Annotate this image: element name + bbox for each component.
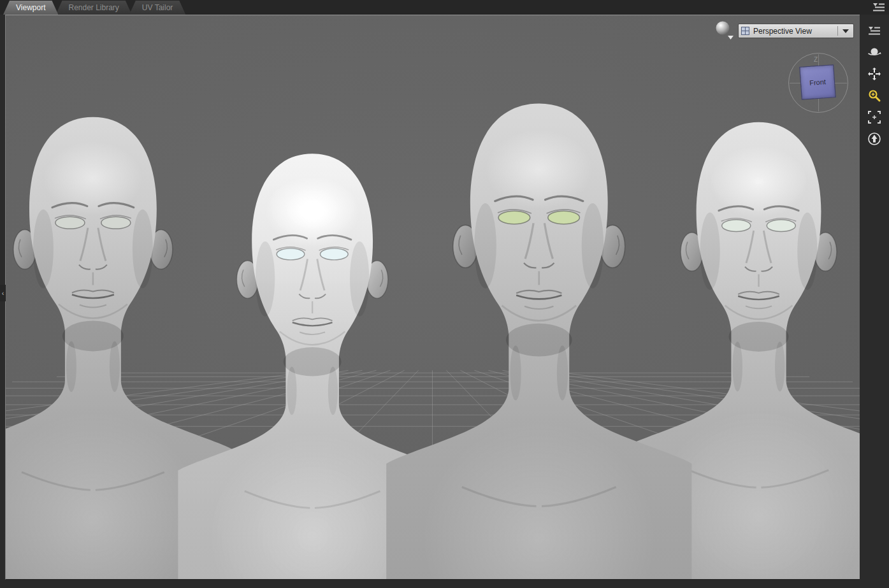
tab-bar: Viewport Render Library UV Tailor xyxy=(0,0,889,15)
reset-view-up-arrow-icon xyxy=(867,132,881,146)
tab-uv-tailor[interactable]: UV Tailor xyxy=(129,1,185,15)
shaded-sphere-icon xyxy=(714,20,736,42)
orbit-rotate-icon xyxy=(867,45,881,59)
orbit-button[interactable] xyxy=(867,45,882,60)
application-window: Viewport Render Library UV Tailor xyxy=(0,0,889,588)
tab-render-library[interactable]: Render Library xyxy=(55,1,131,15)
tab-viewport[interactable]: Viewport xyxy=(3,1,58,15)
view-cube-axis-label: Z xyxy=(814,56,818,63)
reset-view-button[interactable] xyxy=(867,131,882,147)
viewport-canvas[interactable]: Perspective View Z Front xyxy=(5,15,860,580)
zoom-icon xyxy=(867,89,881,103)
window-bottom-edge xyxy=(0,580,889,588)
pane-options-button[interactable] xyxy=(867,23,882,38)
dropdown-caret-icon xyxy=(842,29,849,33)
viewport-toolbar xyxy=(860,15,889,588)
3d-scene[interactable] xyxy=(6,15,860,579)
view-selector-dropdown[interactable]: Perspective View xyxy=(738,24,854,38)
pane-group-menu-icon[interactable] xyxy=(872,2,886,13)
pan-icon xyxy=(867,67,881,81)
view-cube-front-face[interactable]: Front xyxy=(799,64,835,100)
draw-style-selector[interactable] xyxy=(714,20,736,42)
pane-options-icon xyxy=(867,25,881,36)
view-orientation-cube[interactable]: Z Front xyxy=(788,53,848,113)
figure-3[interactable] xyxy=(386,103,691,579)
view-selector-value: Perspective View xyxy=(749,27,836,36)
panel-collapse-handle[interactable]: ‹ xyxy=(0,285,6,301)
frame-button[interactable] xyxy=(867,110,882,125)
view-selector-divider xyxy=(837,26,838,36)
view-cube-face-label: Front xyxy=(809,78,826,87)
pan-button[interactable] xyxy=(867,66,882,82)
zoom-button[interactable] xyxy=(867,88,882,103)
frame-selection-icon xyxy=(867,110,881,124)
viewport-grid-icon xyxy=(741,27,749,35)
